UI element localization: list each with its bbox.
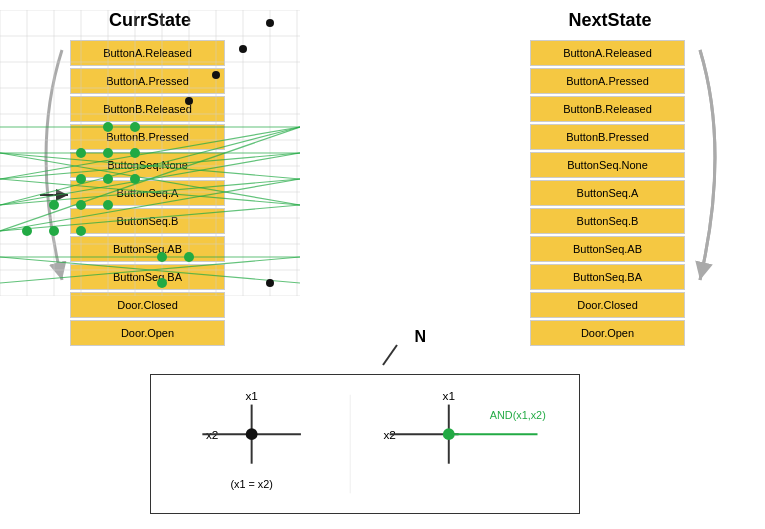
svg-point-56 — [22, 226, 32, 236]
svg-point-54 — [76, 200, 86, 210]
svg-point-45 — [103, 122, 113, 132]
svg-point-55 — [103, 200, 113, 210]
svg-point-59 — [157, 252, 167, 262]
curr-state-item-10: Door.Open — [70, 320, 225, 346]
svg-line-63 — [383, 345, 397, 365]
next-state-item-10: Door.Open — [530, 320, 685, 346]
n-label: N — [375, 340, 421, 374]
next-state-item-2: ButtonB.Released — [530, 96, 685, 122]
next-state-header: NextState — [530, 10, 690, 31]
svg-point-52 — [130, 174, 140, 184]
next-state-item-4: ButtonSeq.None — [530, 152, 685, 178]
svg-point-49 — [103, 148, 113, 158]
next-state-item-7: ButtonSeq.AB — [530, 236, 685, 262]
svg-point-61 — [266, 279, 274, 287]
legend-box: x1 x2 (x1 = x2) x1 x2 AND(x1,x2) — [150, 374, 580, 514]
svg-point-50 — [76, 174, 86, 184]
svg-point-62 — [157, 278, 167, 288]
grid-svg — [0, 10, 300, 296]
svg-line-35 — [0, 127, 300, 231]
next-state-item-3: ButtonB.Pressed — [530, 124, 685, 150]
next-state-item-8: ButtonSeq.BA — [530, 264, 685, 290]
svg-point-47 — [130, 148, 140, 158]
next-state-item-1: ButtonA.Pressed — [530, 68, 685, 94]
next-state-item-6: ButtonSeq.B — [530, 208, 685, 234]
svg-point-41 — [266, 19, 274, 27]
next-state-item-9: Door.Closed — [530, 292, 685, 318]
main-container: CurrState NextState ButtonA.ReleasedButt… — [0, 0, 765, 529]
svg-text:x1: x1 — [443, 389, 455, 403]
legend-svg: x1 x2 (x1 = x2) x1 x2 AND(x1,x2) — [151, 375, 579, 513]
next-state-list: ButtonA.ReleasedButtonA.PressedButtonB.R… — [530, 40, 685, 346]
svg-point-44 — [185, 97, 193, 105]
svg-point-60 — [184, 252, 194, 262]
svg-point-68 — [246, 428, 258, 440]
svg-point-76 — [443, 428, 455, 440]
n-text: N — [414, 328, 426, 345]
svg-point-42 — [239, 45, 247, 53]
svg-point-48 — [76, 148, 86, 158]
svg-point-57 — [49, 226, 59, 236]
svg-point-58 — [76, 226, 86, 236]
next-state-item-5: ButtonSeq.A — [530, 180, 685, 206]
svg-point-43 — [212, 71, 220, 79]
svg-point-51 — [103, 174, 113, 184]
svg-point-46 — [130, 122, 140, 132]
svg-text:(x1 = x2): (x1 = x2) — [230, 478, 272, 490]
svg-line-36 — [0, 179, 300, 231]
next-state-item-0: ButtonA.Released — [530, 40, 685, 66]
svg-point-53 — [49, 200, 59, 210]
svg-text:AND(x1,x2): AND(x1,x2) — [490, 409, 546, 421]
diagram-area: CurrState NextState ButtonA.ReleasedButt… — [0, 10, 765, 370]
svg-text:x1: x1 — [245, 389, 257, 403]
